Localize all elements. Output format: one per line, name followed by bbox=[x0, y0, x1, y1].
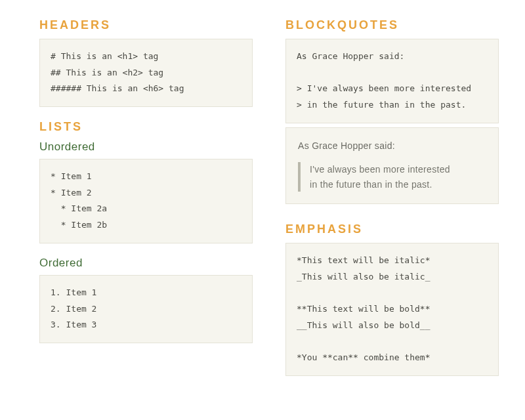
blockquotes-rendered: As Grace Hopper said: I've always been m… bbox=[285, 127, 499, 204]
blockquote-line2: in the future than in the past. bbox=[310, 177, 486, 192]
ordered-subtitle: Ordered bbox=[39, 257, 253, 270]
left-column: HEADERS # This is an <h1> tag ## This is… bbox=[39, 18, 253, 407]
headers-code-block: # This is an <h1> tag ## This is an <h2>… bbox=[39, 39, 253, 107]
lists-title: LISTS bbox=[39, 120, 253, 134]
emphasis-title: EMPHASIS bbox=[285, 222, 499, 236]
lists-section: LISTS Unordered * Item 1 * Item 2 * Item… bbox=[39, 120, 253, 356]
blockquote-quote: I've always been more interested in the … bbox=[298, 162, 486, 192]
unordered-subtitle: Unordered bbox=[39, 140, 253, 154]
right-column: BLOCKQUOTES As Grace Hopper said: > I've… bbox=[285, 18, 499, 407]
blockquotes-title: BLOCKQUOTES bbox=[285, 18, 499, 32]
ordered-code-block: 1. Item 1 2. Item 2 3. Item 3 bbox=[39, 275, 253, 343]
emphasis-code-block: *This text will be italic* _This will al… bbox=[285, 243, 499, 376]
blockquote-line1: I've always been more interested bbox=[310, 162, 486, 177]
blockquote-intro: As Grace Hopper said: bbox=[298, 138, 486, 153]
unordered-code-block: * Item 1 * Item 2 * Item 2a * Item 2b bbox=[39, 159, 253, 243]
blockquotes-code-block: As Grace Hopper said: > I've always been… bbox=[285, 39, 499, 123]
headers-title: HEADERS bbox=[39, 18, 253, 32]
headers-section: HEADERS # This is an <h1> tag ## This is… bbox=[39, 18, 253, 120]
blockquotes-section: BLOCKQUOTES As Grace Hopper said: > I've… bbox=[285, 18, 499, 222]
emphasis-section: EMPHASIS *This text will be italic* _Thi… bbox=[285, 222, 499, 388]
